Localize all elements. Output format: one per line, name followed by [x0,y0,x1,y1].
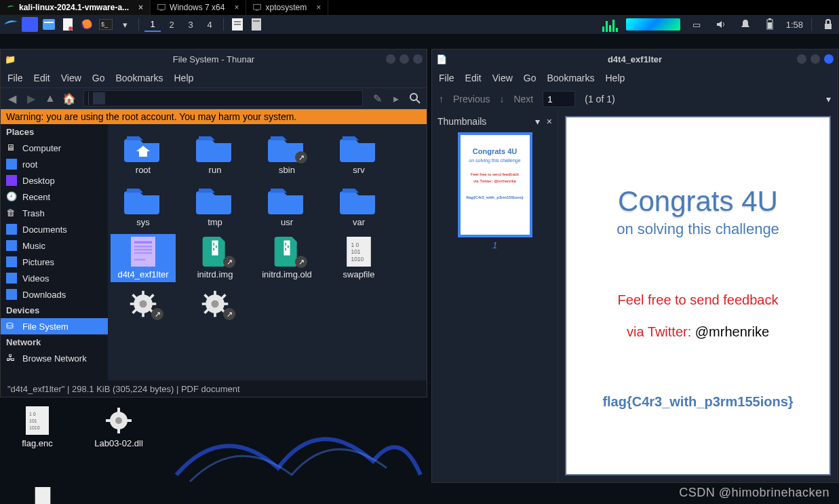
sidebar-computer[interactable]: 🖥Computer [1,140,108,156]
chevron-down-icon[interactable]: ▾ [117,17,133,32]
editor-icon[interactable] [60,17,76,32]
thumbnail-1[interactable]: Congrats 4U on solving this challenge Fe… [458,132,532,237]
kali-menu-icon[interactable] [3,17,19,32]
path-next-button[interactable]: ▸ [389,91,404,106]
chevron-down-icon[interactable]: ▾ [826,94,831,104]
app-icon[interactable] [22,17,38,32]
vm-tab-xpto[interactable]: xptosystem × [246,0,328,15]
menu-edit[interactable]: Edit [465,73,482,83]
thunar-titlebar[interactable]: 📁 File System - Thunar [1,50,427,69]
menu-view[interactable]: View [492,73,513,83]
workspace-4[interactable]: 4 [201,17,218,32]
menu-edit[interactable]: Edit [34,73,50,83]
edit-path-button[interactable]: ✎ [370,91,385,106]
desktop-icon-flag-enc[interactable]: 1 01011010 flag.enc [7,406,68,448]
file-item[interactable]: ↗ [111,286,176,322]
sidebar-videos[interactable]: Videos [1,270,108,286]
file-item[interactable]: ↗initrd.img.old [254,234,319,282]
up-button[interactable]: ▲ [43,91,58,106]
desktop-icon-partial[interactable] [12,482,73,504]
path-root-icon[interactable] [93,92,105,104]
maximize-button[interactable] [399,54,409,64]
menu-file[interactable]: File [439,73,454,83]
arrow-up-icon[interactable]: ↑ [439,94,444,104]
thumbnails-label: Thumbnails [437,116,486,127]
path-bar[interactable] [83,90,363,106]
task-pdf-icon[interactable] [248,17,265,32]
back-button[interactable]: ◀ [5,91,20,106]
file-item[interactable]: srv [326,130,391,178]
arrow-down-icon[interactable]: ↓ [499,94,504,104]
workspace-3[interactable]: 3 [182,17,199,32]
task-thunar-icon[interactable] [229,17,246,32]
menu-go[interactable]: Go [92,73,105,83]
page-view[interactable]: Congrats 4U on solving this challenge Fe… [558,111,838,482]
search-button[interactable] [408,91,423,106]
file-item[interactable]: d4t4_exf1lter [111,234,176,282]
page-number-input[interactable] [543,91,575,107]
file-item[interactable]: sys [111,182,176,230]
volume-icon[interactable] [713,17,729,32]
file-item[interactable]: root [111,130,176,178]
menu-help[interactable]: Help [174,73,194,83]
svg-rect-23 [134,241,152,244]
files-icon[interactable] [41,17,57,32]
workspace-1[interactable]: 1 [144,17,161,32]
sidebar-recent[interactable]: 🕘Recent [1,189,108,205]
minimize-button[interactable] [797,54,806,64]
vm-tab-win7[interactable]: Windows 7 x64 × [151,0,246,15]
lock-icon[interactable] [820,17,836,32]
doc-twitter: via Twitter: @mrhenrike [627,324,769,340]
sidebar-browse-network[interactable]: 🖧Browse Network [1,350,108,366]
close-thumbnails-icon[interactable]: × [547,116,552,127]
file-item[interactable]: ↗ [182,286,248,322]
file-item[interactable]: ↗sbin [254,130,319,178]
close-icon[interactable]: × [316,3,321,12]
file-item[interactable]: 1 01011010swapfile [326,234,391,282]
sidebar-root[interactable]: root [1,156,108,172]
vm-tab-label: Windows 7 x64 [170,3,225,12]
menu-go[interactable]: Go [524,73,536,83]
clock[interactable]: 1:58 [786,20,803,30]
vm-tab-kali[interactable]: kali-linux-2024.1-vmware-a... × [0,0,151,15]
menu-file[interactable]: File [7,73,23,83]
icon-view[interactable]: rootrun↗sbinsrvsystmpusrvard4t4_exf1lter… [108,124,427,381]
close-icon[interactable]: × [234,3,239,12]
battery-icon[interactable] [762,17,778,32]
close-button[interactable] [824,54,834,64]
file-item[interactable]: usr [254,182,319,230]
close-button[interactable] [413,54,423,64]
svg-rect-26 [134,252,152,254]
sidebar-filesystem[interactable]: ⛁File System [1,318,108,334]
workspace-2[interactable]: 2 [163,17,180,32]
minimize-button[interactable] [386,54,395,64]
display-icon[interactable]: ▭ [688,17,705,32]
desktop-icon-lab03-dll[interactable]: Lab03-02.dll [88,406,149,448]
sidebar-pictures[interactable]: Pictures [1,254,108,270]
menu-view[interactable]: View [61,73,81,83]
sidebar-downloads[interactable]: Downloads [1,286,108,303]
menu-bookmarks[interactable]: Bookmarks [547,73,594,83]
pdf-titlebar[interactable]: 📄 d4t4_exf1lter [432,50,838,69]
chevron-down-icon[interactable]: ▾ [535,116,540,127]
maximize-button[interactable] [811,54,820,64]
file-item[interactable]: tmp [182,182,248,230]
file-item[interactable]: var [326,182,391,230]
sidebar-documents[interactable]: Documents [1,221,108,237]
close-icon[interactable]: × [138,3,143,12]
previous-button[interactable]: Previous [453,94,490,104]
menu-bookmarks[interactable]: Bookmarks [115,73,163,83]
home-button[interactable]: 🏠 [62,91,77,106]
firefox-icon[interactable] [79,17,95,32]
forward-button[interactable]: ▶ [24,91,39,106]
notification-icon[interactable] [737,17,754,32]
sidebar-desktop[interactable]: Desktop [1,172,108,189]
terminal-icon[interactable]: $_ [98,17,114,32]
sidebar-trash[interactable]: 🗑Trash [1,205,108,221]
menu-help[interactable]: Help [606,73,625,83]
svg-text:1 0: 1 0 [29,412,36,416]
file-item[interactable]: run [182,130,248,178]
next-button[interactable]: Next [513,94,533,104]
file-item[interactable]: ↗initrd.img [182,234,248,282]
sidebar-music[interactable]: Music [1,237,108,254]
